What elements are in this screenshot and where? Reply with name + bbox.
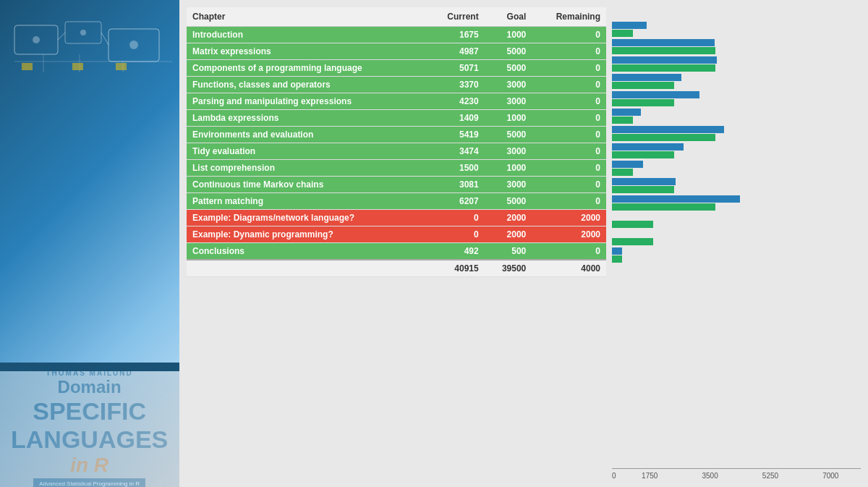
cell-goal: 5000 [485, 193, 532, 210]
book-reflection: THOMAS MAILUND Domain SPECIFIC LANGUAGES… [0, 371, 179, 487]
cell-remaining: 0 [532, 77, 606, 93]
table-row: Tidy evaluation 3474 3000 0 [187, 143, 606, 160]
cell-goal: 3000 [485, 143, 532, 160]
cell-current: 1500 [427, 160, 485, 177]
svg-point-7 [129, 41, 138, 49]
bar-group [612, 56, 861, 72]
bar-current [612, 143, 684, 151]
axis-label: 1750 [620, 472, 680, 480]
bar-row-goal [612, 134, 861, 141]
bar-row-goal [612, 186, 861, 193]
table-row: Introduction 1675 1000 0 [187, 27, 606, 43]
cell-chapter: Parsing and manipulating expressions [187, 93, 427, 110]
svg-rect-13 [72, 63, 83, 70]
cell-chapter: List comprehension [187, 160, 427, 177]
table-row: Pattern matching 6207 5000 0 [187, 193, 606, 210]
cell-current: 6207 [427, 193, 485, 210]
table-section: Chapter Current Goal Remaining Introduct… [187, 7, 606, 480]
axis-label-0: 0 [612, 472, 616, 480]
bar-goal [612, 47, 715, 54]
cell-goal: 3000 [485, 177, 532, 193]
table-row: Matrix expressions 4987 5000 0 [187, 43, 606, 60]
cell-remaining: 0 [532, 177, 606, 193]
cell-goal: 3000 [485, 93, 532, 110]
table-row: List comprehension 1500 1000 0 [187, 160, 606, 177]
bar-row-goal [612, 203, 861, 211]
bar-group [612, 91, 861, 106]
bar-row-current [612, 39, 861, 46]
svg-rect-14 [116, 63, 127, 70]
cell-current: 4987 [427, 43, 485, 60]
bar-row-goal [612, 255, 861, 263]
bar-current [612, 161, 643, 168]
cell-remaining: 0 [532, 60, 606, 77]
book-circuit-decoration [7, 18, 172, 76]
bar-current [612, 109, 641, 116]
bar-goal [612, 169, 633, 176]
cell-remaining: 0 [532, 127, 606, 143]
cell-chapter: Matrix expressions [187, 43, 427, 60]
bar-current [612, 56, 717, 64]
cell-remaining: 0 [532, 143, 606, 160]
bar-group [612, 109, 861, 124]
bar-current [612, 39, 715, 46]
bar-goal [612, 134, 715, 141]
bar-goal [612, 151, 674, 158]
cell-remaining: 0 [532, 193, 606, 210]
cell-goal: 5000 [485, 43, 532, 60]
cell-chapter: Pattern matching [187, 193, 427, 210]
cell-current: 5419 [427, 127, 485, 143]
bar-row-current [612, 126, 861, 133]
cell-remaining: 2000 [532, 210, 606, 226]
bar-current [612, 178, 676, 185]
axis-label: 5250 [740, 472, 800, 480]
cell-goal: 1000 [485, 110, 532, 127]
bar-row-goal [612, 221, 861, 228]
bar-goal [612, 255, 622, 263]
cell-chapter: Continuous time Markov chains [187, 177, 427, 193]
bar-row-goal [612, 151, 861, 158]
cell-current: 0 [427, 210, 485, 226]
bar-group [612, 161, 861, 176]
table-row: Continuous time Markov chains 3081 3000 … [187, 177, 606, 193]
cell-current: 0 [427, 226, 485, 243]
cell-current: 5071 [427, 60, 485, 77]
cell-chapter: Lambda expressions [187, 110, 427, 127]
cell-goal: 5000 [485, 127, 532, 143]
bar-goal [612, 117, 633, 124]
cell-current: 492 [427, 243, 485, 261]
col-header-current: Current [427, 7, 485, 27]
chart-axis: 01750350052507000 [612, 468, 861, 480]
bar-current [612, 91, 699, 98]
cell-current: 4230 [427, 93, 485, 110]
table-row: Example: Dynamic programming? 0 2000 200… [187, 226, 606, 243]
cell-goal: 2000 [485, 210, 532, 226]
cell-chapter: Example: Diagrams/network language? [187, 210, 427, 226]
svg-line-3 [58, 33, 65, 40]
cell-remaining: 0 [532, 243, 606, 261]
bar-row-goal [612, 30, 861, 37]
bar-row-current [612, 22, 861, 29]
bar-row-goal [612, 169, 861, 176]
table-row: Conclusions 492 500 0 [187, 243, 606, 261]
cell-chapter: Tidy evaluation [187, 143, 427, 160]
chart-section: 01750350052507000 [612, 7, 861, 480]
cell-goal: 3000 [485, 77, 532, 93]
bar-group [612, 247, 861, 263]
cell-remaining: 0 [532, 27, 606, 43]
cell-current: 3370 [427, 77, 485, 93]
bar-current [612, 22, 647, 29]
table-row: Environments and evaluation 5419 5000 0 [187, 127, 606, 143]
bar-goal [612, 99, 674, 106]
bar-group [612, 74, 861, 89]
bar-row-goal [612, 47, 861, 54]
main-content: Chapter Current Goal Remaining Introduct… [179, 0, 868, 487]
table-row: Lambda expressions 1409 1000 0 [187, 110, 606, 127]
book-subtitle [0, 363, 179, 371]
bar-row-current [612, 109, 861, 116]
footer-remaining: 4000 [532, 260, 606, 277]
cell-remaining: 0 [532, 160, 606, 177]
chapters-table: Chapter Current Goal Remaining Introduct… [187, 7, 606, 277]
bar-row-current [612, 74, 861, 81]
book-cover: THOMAS MAILUND Domain SPECIFIC LANGUAGES… [0, 0, 179, 487]
